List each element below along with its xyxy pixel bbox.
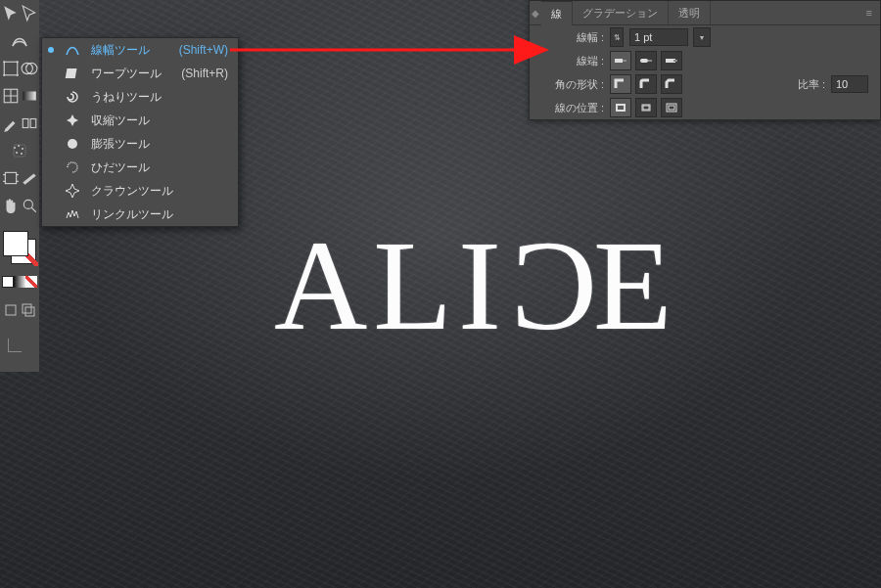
- fill-color-white[interactable]: [3, 231, 28, 256]
- svg-point-2: [16, 61, 18, 63]
- scallop-tool-icon: [64, 158, 81, 176]
- flyout-item-crystallize-tool[interactable]: クラウンツール: [42, 179, 238, 203]
- screen-mode-button[interactable]: [8, 331, 29, 352]
- bloat-tool-icon: [64, 135, 81, 153]
- direct-selection-tool[interactable]: [20, 2, 38, 25]
- flyout-label: ワープツール: [91, 66, 162, 82]
- color-mode-row: [2, 276, 37, 288]
- flyout-item-scallop-tool[interactable]: ひだツール: [42, 156, 238, 179]
- flyout-label: 線幅ツール: [91, 42, 150, 59]
- svg-rect-26: [640, 59, 648, 63]
- stroke-weight-stepper[interactable]: ⇅: [610, 27, 624, 47]
- align-center-button[interactable]: [610, 98, 631, 117]
- flyout-label: 収縮ツール: [91, 113, 150, 129]
- tab-transparency[interactable]: 透明: [669, 1, 711, 24]
- join-bevel-button[interactable]: [661, 74, 682, 94]
- panel-menu-icon[interactable]: ≡: [858, 7, 880, 19]
- svg-rect-24: [615, 59, 623, 63]
- svg-point-3: [3, 74, 5, 76]
- svg-rect-25: [623, 60, 626, 62]
- stroke-panel: ◆ 線 グラデーション 透明 ≡ 線幅 : ⇅ ▾ 線端 : 角の形状 : 比率…: [529, 0, 881, 120]
- tab-stroke[interactable]: 線: [541, 1, 573, 25]
- free-transform-tool[interactable]: [1, 57, 20, 80]
- twirl-tool-icon: [64, 88, 81, 106]
- svg-point-18: [23, 200, 32, 208]
- svg-point-14: [16, 152, 18, 154]
- shape-builder-tool[interactable]: [20, 57, 38, 80]
- mesh-tool[interactable]: [1, 84, 20, 108]
- svg-rect-29: [673, 60, 677, 62]
- symbol-sprayer-tool[interactable]: [2, 139, 37, 162]
- flyout-label: リンクルツール: [91, 206, 173, 223]
- cap-projecting-button[interactable]: [661, 51, 682, 70]
- svg-rect-17: [5, 172, 16, 183]
- join-miter-button[interactable]: [610, 74, 631, 94]
- panel-collapse-icon[interactable]: ◆: [530, 8, 541, 19]
- crystallize-tool-icon: [64, 182, 81, 200]
- join-round-button[interactable]: [635, 74, 657, 94]
- flyout-item-width-tool[interactable]: 線幅ツール (Shift+W): [42, 38, 238, 62]
- svg-rect-16: [14, 145, 25, 157]
- svg-rect-19: [6, 305, 16, 315]
- tab-gradient[interactable]: グラデーション: [573, 1, 669, 24]
- eyedropper-tool[interactable]: [1, 112, 20, 135]
- svg-rect-32: [643, 106, 649, 110]
- blend-tool[interactable]: [20, 112, 38, 135]
- artwork-letter-a: A: [274, 210, 373, 360]
- cap-round-button[interactable]: [635, 51, 657, 70]
- panel-tabs: ◆ 線 グラデーション 透明 ≡: [530, 1, 880, 25]
- hand-tool[interactable]: [1, 194, 20, 217]
- color-mode-gradient[interactable]: [14, 276, 25, 288]
- stepper-up-down-icon[interactable]: ⇅: [610, 27, 624, 47]
- svg-rect-22: [66, 68, 77, 78]
- zoom-tool[interactable]: [20, 194, 38, 217]
- artwork-letter-i: I: [458, 210, 507, 360]
- flyout-item-pucker-tool[interactable]: 収縮ツール: [42, 109, 238, 132]
- miter-limit-label: 比率 :: [792, 77, 825, 92]
- svg-point-15: [21, 153, 23, 155]
- artwork-text[interactable]: A L I C E: [274, 210, 678, 360]
- fill-stroke-swatch[interactable]: [3, 231, 36, 264]
- svg-point-13: [22, 148, 23, 150]
- flyout-shortcut: (Shift+R): [181, 67, 228, 80]
- flyout-label: 膨張ツール: [91, 136, 150, 153]
- artwork-letter-l: L: [373, 210, 458, 360]
- draw-behind-icon[interactable]: [20, 301, 37, 319]
- align-inside-button[interactable]: [635, 98, 657, 117]
- stroke-weight-label: 線幅 :: [541, 30, 604, 45]
- artwork-letter-e: E: [593, 210, 678, 360]
- width-tool-button[interactable]: [2, 29, 37, 53]
- svg-rect-21: [25, 307, 34, 316]
- flyout-item-warp-tool[interactable]: ワープツール (Shift+R): [42, 62, 238, 85]
- tools-panel: [0, 0, 39, 372]
- stroke-corner-label: 角の形状 :: [541, 77, 604, 92]
- width-tool-flyout: 線幅ツール (Shift+W) ワープツール (Shift+R) うねりツール …: [41, 37, 239, 227]
- flyout-label: ひだツール: [91, 159, 150, 176]
- stroke-weight-input[interactable]: [629, 28, 688, 46]
- svg-point-1: [3, 61, 5, 63]
- color-mode-solid[interactable]: [2, 276, 14, 288]
- flyout-item-wrinkle-tool[interactable]: リンクルツール: [42, 203, 238, 226]
- svg-rect-8: [23, 92, 36, 101]
- stroke-weight-dropdown[interactable]: ▾: [693, 27, 711, 47]
- flyout-selected-dot: [48, 47, 54, 53]
- gradient-tool[interactable]: [20, 84, 38, 108]
- align-outside-button[interactable]: [661, 98, 682, 117]
- selection-tool[interactable]: [1, 2, 20, 25]
- svg-rect-20: [23, 304, 31, 313]
- flyout-item-twirl-tool[interactable]: うねりツール: [42, 85, 238, 109]
- svg-rect-30: [617, 105, 625, 111]
- artboard-tool[interactable]: [1, 166, 20, 190]
- draw-normal-icon[interactable]: [2, 301, 20, 319]
- miter-limit-input[interactable]: [831, 75, 868, 93]
- slice-tool[interactable]: [20, 166, 38, 190]
- flyout-shortcut: (Shift+W): [179, 43, 228, 57]
- cap-butt-button[interactable]: [610, 51, 631, 70]
- svg-rect-10: [30, 119, 36, 128]
- screen-mode-row: [2, 301, 37, 319]
- stroke-cap-label: 線端 :: [541, 54, 604, 68]
- svg-rect-9: [23, 119, 28, 128]
- flyout-item-bloat-tool[interactable]: 膨張ツール: [42, 132, 238, 156]
- color-mode-none[interactable]: [25, 276, 37, 288]
- width-tool-icon: [64, 41, 81, 59]
